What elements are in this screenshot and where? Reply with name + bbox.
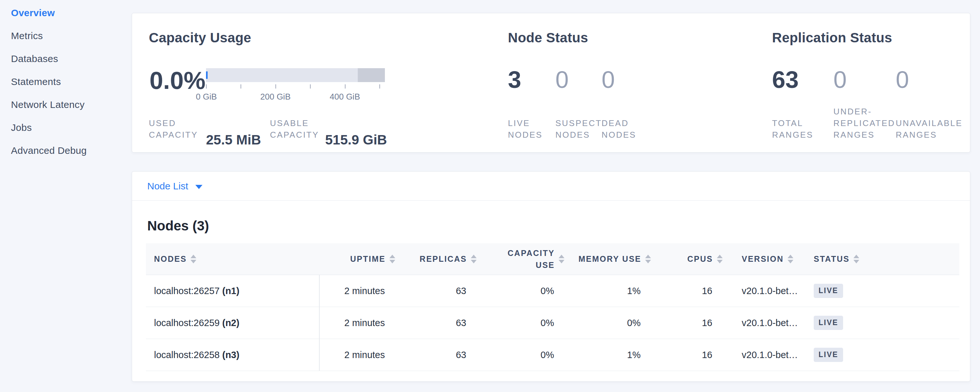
under-replicated-ranges-label: UNDER-REPLICATEDRANGES (834, 106, 895, 140)
usable-capacity-label: USABLECAPACITY (270, 117, 319, 140)
suspect-nodes-count: 0 (555, 67, 569, 92)
sidebar-item-network-latency[interactable]: Network Latency (11, 100, 127, 110)
node-memory-use: 1% (568, 350, 655, 360)
sidebar: Overview Metrics Databases Statements Ne… (11, 8, 127, 169)
capacity-gauge-track (206, 68, 385, 82)
sidebar-item-statements[interactable]: Statements (11, 77, 127, 87)
node-status-title: Node Status (508, 30, 588, 46)
sidebar-item-jobs[interactable]: Jobs (11, 123, 127, 132)
sort-icon (191, 255, 196, 263)
node-uptime: 2 minutes (319, 318, 399, 328)
sort-icon (788, 255, 793, 263)
node-address-link[interactable]: localhost:26258 (n3) (146, 350, 319, 360)
node-capacity-use: 0% (480, 318, 568, 328)
under-replicated-ranges-count: 0 (834, 67, 846, 92)
total-ranges-label: TOTALRANGES (772, 117, 813, 140)
axis-tick-label: 400 GiB (330, 92, 360, 102)
node-replicas: 63 (399, 286, 480, 296)
sort-icon (645, 255, 651, 263)
node-cpus: 16 (655, 318, 727, 328)
node-cpus: 16 (655, 350, 727, 360)
column-header-cpus[interactable]: CPUS (655, 254, 727, 264)
used-capacity-value: 25.5 MiB (206, 132, 261, 148)
column-header-uptime[interactable]: UPTIME (319, 254, 399, 264)
node-version: v20.1.0-bet… (727, 318, 808, 328)
node-replicas: 63 (399, 318, 480, 328)
nodes-table-header: NODES UPTIME REPLICAS CAPACITY USE MEMOR… (146, 243, 959, 275)
used-capacity-label: USEDCAPACITY (149, 117, 198, 140)
sort-icon (471, 255, 477, 263)
node-version: v20.1.0-bet… (727, 350, 808, 360)
column-header-capacity-use[interactable]: CAPACITY USE (480, 247, 568, 271)
capacity-gauge-ticks (206, 84, 385, 89)
node-cpus: 16 (655, 286, 727, 296)
status-badge: LIVE (814, 316, 843, 330)
capacity-used-percent: 0.0% (150, 68, 205, 93)
dead-nodes-label: DEADNODES (601, 117, 636, 140)
node-memory-use: 0% (568, 318, 655, 328)
cluster-summary-card: Capacity Usage 0.0% 0 GiB 200 GiB 400 Gi… (132, 13, 970, 153)
node-capacity-use: 0% (480, 286, 568, 296)
node-address-link[interactable]: localhost:26259 (n2) (146, 318, 319, 328)
sort-icon (717, 255, 723, 263)
table-row: localhost:26259 (n2) 2 minutes 63 0% 0% … (146, 307, 959, 339)
live-nodes-label: LIVENODES (508, 117, 542, 140)
node-status-cell: LIVE (808, 284, 959, 298)
node-version: v20.1.0-bet… (727, 286, 808, 296)
usable-capacity-value: 515.9 GiB (325, 132, 387, 148)
node-uptime: 2 minutes (319, 350, 399, 360)
node-list-dropdown-label: Node List (147, 181, 188, 192)
sort-icon (390, 255, 395, 263)
column-header-replicas[interactable]: REPLICAS (399, 254, 480, 264)
status-badge: LIVE (814, 348, 843, 362)
table-row: localhost:26258 (n3) 2 minutes 63 0% 1% … (146, 339, 959, 371)
chevron-down-icon (196, 185, 202, 189)
sidebar-item-advanced-debug[interactable]: Advanced Debug (11, 146, 127, 155)
nodes-table-body: localhost:26257 (n1) 2 minutes 63 0% 1% … (146, 275, 959, 371)
capacity-gauge-axis: 0 GiB 200 GiB 400 GiB (206, 92, 385, 102)
node-memory-use: 1% (568, 286, 655, 296)
column-divider (319, 275, 320, 371)
capacity-gauge-chart: 0 GiB 200 GiB 400 GiB (206, 68, 385, 102)
node-status-cell: LIVE (808, 316, 959, 330)
suspect-nodes-label: SUSPECTNODES (555, 117, 602, 140)
column-header-nodes[interactable]: NODES (146, 254, 319, 264)
capacity-gauge-other-segment (358, 68, 385, 82)
node-list-card: Node List Nodes (3) NODES UPTIME REPLICA… (132, 171, 970, 382)
total-ranges-count: 63 (772, 67, 799, 92)
unavailable-ranges-label: UNAVAILABLERANGES (896, 117, 963, 140)
sort-icon (853, 255, 859, 263)
column-header-memory-use[interactable]: MEMORY USE (568, 254, 655, 264)
sidebar-item-databases[interactable]: Databases (11, 54, 127, 64)
sort-icon (558, 255, 565, 263)
table-row: localhost:26257 (n1) 2 minutes 63 0% 1% … (146, 275, 959, 307)
live-nodes-count: 3 (508, 67, 521, 92)
dead-nodes-count: 0 (601, 67, 615, 92)
status-badge: LIVE (814, 284, 843, 298)
replication-status-title: Replication Status (772, 30, 892, 46)
nodes-heading: Nodes (3) (147, 218, 209, 234)
node-replicas: 63 (399, 350, 480, 360)
nodes-table: NODES UPTIME REPLICAS CAPACITY USE MEMOR… (146, 243, 959, 371)
axis-tick-label: 0 GiB (196, 92, 217, 102)
view-selector-row: Node List (132, 172, 970, 201)
node-status-cell: LIVE (808, 348, 959, 362)
node-list-dropdown[interactable]: Node List (147, 181, 202, 192)
node-address-link[interactable]: localhost:26257 (n1) (146, 286, 319, 296)
sidebar-item-overview[interactable]: Overview (11, 8, 127, 18)
node-uptime: 2 minutes (319, 286, 399, 296)
capacity-gauge-used-segment (206, 72, 208, 79)
column-header-status[interactable]: STATUS (808, 254, 959, 264)
column-header-version[interactable]: VERSION (727, 254, 808, 264)
capacity-usage-title: Capacity Usage (149, 30, 251, 46)
unavailable-ranges-count: 0 (896, 67, 909, 92)
sidebar-item-metrics[interactable]: Metrics (11, 31, 127, 41)
axis-tick-label: 200 GiB (260, 92, 291, 102)
node-capacity-use: 0% (480, 350, 568, 360)
